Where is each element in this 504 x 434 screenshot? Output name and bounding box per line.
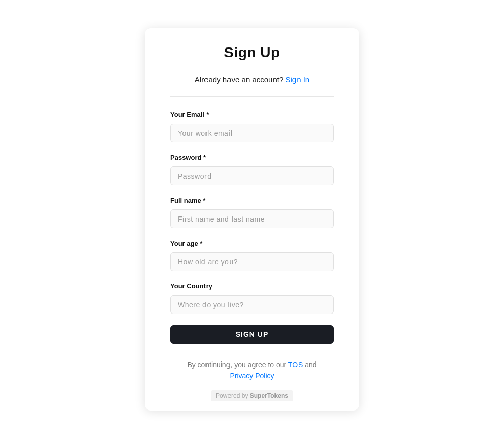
divider: [170, 96, 334, 97]
tos-link[interactable]: TOS: [288, 360, 303, 369]
email-label: Your Email *: [170, 111, 334, 118]
fullname-field[interactable]: [170, 209, 334, 228]
email-field-group: Your Email *: [170, 111, 334, 142]
powered-brand: SuperTokens: [250, 392, 288, 399]
country-field-group: Your Country: [170, 282, 334, 314]
terms-footer: By continuing, you agree to our TOS and …: [170, 359, 334, 382]
terms-middle: and: [305, 360, 316, 369]
terms-prefix: By continuing, you agree to our: [187, 360, 288, 369]
signup-button[interactable]: SIGN UP: [170, 325, 334, 344]
powered-by-wrap: Powered by SuperTokens: [170, 390, 334, 401]
powered-prefix: Powered by: [216, 392, 250, 399]
fullname-label: Full name *: [170, 197, 334, 204]
privacy-link[interactable]: Privacy Policy: [230, 372, 274, 380]
powered-by-badge: Powered by SuperTokens: [211, 390, 293, 401]
country-label: Your Country: [170, 282, 334, 290]
email-field[interactable]: [170, 124, 334, 142]
password-label: Password *: [170, 154, 334, 161]
subtitle-text: Already have an account?: [195, 75, 286, 84]
page-title: Sign Up: [170, 44, 334, 61]
signin-link[interactable]: Sign In: [285, 75, 309, 84]
fullname-field-group: Full name *: [170, 197, 334, 228]
age-field[interactable]: [170, 252, 334, 271]
age-label: Your age *: [170, 239, 334, 247]
signup-card: Sign Up Already have an account? Sign In…: [145, 28, 359, 411]
subtitle-row: Already have an account? Sign In: [170, 75, 334, 84]
age-field-group: Your age *: [170, 239, 334, 271]
password-field-group: Password *: [170, 154, 334, 185]
country-field[interactable]: [170, 295, 334, 314]
password-field[interactable]: [170, 166, 334, 185]
